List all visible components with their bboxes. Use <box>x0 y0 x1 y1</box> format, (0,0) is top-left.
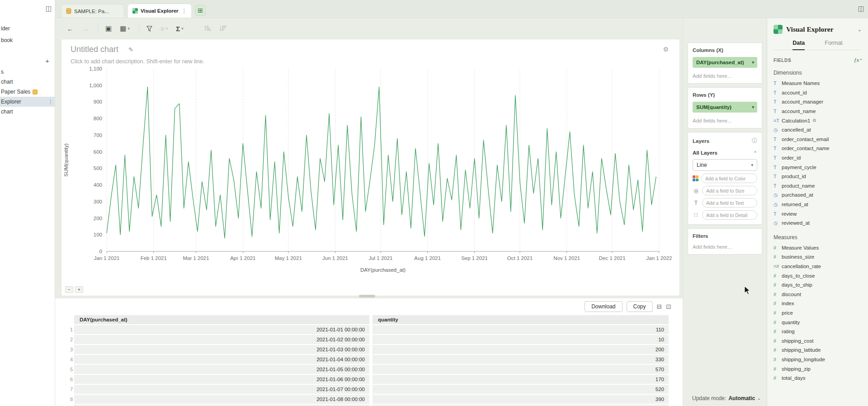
sidebar-tree-item[interactable]: book <box>0 34 55 46</box>
field-review[interactable]: Treview <box>774 209 862 218</box>
table-row[interactable]: 72021-01-07 00:00:00520 <box>61 384 683 394</box>
rows-add-fields[interactable]: Add fields here... <box>693 118 757 123</box>
field-order-contact-name[interactable]: Torder_contact_name <box>774 144 862 153</box>
field-shipping-longitude[interactable]: #shipping_longitude <box>774 355 862 364</box>
resize-handle[interactable] <box>359 295 375 297</box>
expand-results-icon[interactable]: ⊡ <box>666 303 671 310</box>
table-row[interactable]: 62021-01-06 00:00:00170 <box>61 374 683 384</box>
field-account-id[interactable]: Taccount_id <box>774 88 862 98</box>
app-menu-chevron-icon[interactable]: ⌄ <box>858 27 862 33</box>
copy-button[interactable]: Copy <box>627 301 653 312</box>
add-field-color-input[interactable]: Add a field to Color <box>701 174 757 183</box>
new-calculation-icon[interactable]: ƒx⁺ <box>854 57 862 63</box>
update-mode-select[interactable]: Automatic <box>728 395 755 401</box>
sort-ascending-button[interactable] <box>204 25 212 32</box>
date-options-button[interactable]: ▦▾ <box>120 24 130 33</box>
field-price[interactable]: #price <box>774 308 862 318</box>
swap-visualization-button[interactable]: ▣ <box>105 24 112 33</box>
sidebar-item-chart[interactable]: chart <box>0 107 55 117</box>
field-purchased-at[interactable]: ◷purchased_at <box>774 190 862 200</box>
chart-title[interactable]: Untitled chart <box>71 45 118 54</box>
field-cancelled-at[interactable]: ◷cancelled_at <box>774 125 862 135</box>
field-reviewed-at[interactable]: ◷reviewed_at <box>774 218 862 228</box>
gear-icon[interactable]: ⚙ <box>812 118 816 123</box>
field-shipping-latitude[interactable]: #shipping_latitude <box>774 345 862 355</box>
sidebar-item-chart[interactable]: chart <box>0 77 55 87</box>
field-index[interactable]: #index <box>774 299 862 308</box>
sidebar-item-paper-sales[interactable]: Paper Sales <box>0 87 55 97</box>
field-payment-cycle[interactable]: Tpayment_cycle <box>774 162 862 172</box>
table-row[interactable]: 32021-01-03 00:00:00200 <box>61 345 683 354</box>
tab-data[interactable]: Data <box>793 40 805 50</box>
field-shipping-zip[interactable]: #shipping_zip <box>774 364 862 373</box>
column-header-date[interactable]: DAY(purchased_at) <box>74 315 369 324</box>
mark-type-select[interactable]: Line▾ <box>693 159 757 171</box>
table-row[interactable]: 82021-01-08 00:00:00390 <box>61 394 683 404</box>
back-button[interactable]: ← <box>67 25 74 33</box>
tab-dataset[interactable]: SAMPLE: Pa... <box>61 4 124 18</box>
field-measure-values[interactable]: #Measure Values <box>774 243 862 253</box>
filter-funnel-button[interactable] <box>146 26 152 32</box>
column-header-quantity[interactable]: quantity <box>373 315 669 324</box>
kebab-menu-icon[interactable]: ⋮ <box>48 97 53 107</box>
download-button[interactable]: Download <box>585 301 622 312</box>
table-row[interactable]: 42021-01-04 00:00:00330 <box>61 354 683 364</box>
field-calculation1[interactable]: =TCalculation1⚙ <box>774 116 862 125</box>
forward-button[interactable]: → <box>82 25 89 33</box>
field-days-to-ship[interactable]: #days_to_ship <box>774 280 862 290</box>
field-order-id[interactable]: Torder_id <box>774 153 862 163</box>
tab-label: SAMPLE: Pa... <box>74 9 119 14</box>
filters-add-fields[interactable]: Add fields here... <box>693 244 757 250</box>
table-row[interactable]: 92021-01-09 00:00:00100 <box>61 404 683 406</box>
new-tab-button[interactable]: ⊞ <box>195 5 206 16</box>
sidebar-item-s[interactable]: s <box>0 67 55 77</box>
field-measure-names[interactable]: TMeasure Names <box>774 79 862 88</box>
tab-visual-explorer[interactable]: Visual Explorer ⋮ <box>128 4 191 18</box>
field-product-name[interactable]: Tproduct_name <box>774 181 862 191</box>
info-icon[interactable]: ⓘ <box>752 137 757 145</box>
add-field-text-input[interactable]: Add a field to Text <box>702 198 757 208</box>
field-rating[interactable]: #rating <box>774 327 862 336</box>
field-returned-at[interactable]: ◷returned_at <box>774 200 862 209</box>
sort-descending-button[interactable] <box>220 25 227 32</box>
field-business-size[interactable]: #business_size <box>774 252 862 262</box>
cell-date: 2021-01-06 00:00:00 <box>74 375 369 384</box>
field-shipping-cost[interactable]: #shipping_cost <box>774 336 862 345</box>
field-discount[interactable]: #discount <box>774 289 862 299</box>
field-quantity[interactable]: #quantity <box>774 317 862 327</box>
tab-menu-icon[interactable]: ⋮ <box>182 8 187 14</box>
table-row[interactable]: 12021-01-01 00:00:00110 <box>61 325 683 334</box>
visual-explorer-icon <box>132 8 138 14</box>
chevron-up-icon[interactable]: ⌃ <box>754 151 757 156</box>
field-account-name[interactable]: Taccount_name <box>774 107 862 116</box>
table-row[interactable]: 52021-01-05 00:00:00570 <box>61 364 683 374</box>
zoom-in-button[interactable]: + <box>75 286 83 293</box>
table-row[interactable]: 22021-01-02 00:00:0010 <box>61 335 683 344</box>
field-product-id[interactable]: Tproduct_id <box>774 172 862 181</box>
rows-pill[interactable]: SUM(quantity)▾ <box>693 102 757 113</box>
sidebar-tree-item[interactable]: lder <box>0 23 55 34</box>
field-total-days[interactable]: #total_days <box>774 373 862 383</box>
number-type-icon: # <box>774 357 782 362</box>
field-cancellation-rate[interactable]: =#cancellation_rate <box>774 262 862 271</box>
edit-title-icon[interactable]: ✎ <box>128 46 133 53</box>
aggregate-button[interactable]: Σ▾ <box>176 25 184 33</box>
columns-pill[interactable]: DAY(purchased_at)▾ <box>693 57 757 68</box>
add-field-size-input[interactable]: Add a field to Size <box>702 186 757 195</box>
add-field-detail-input[interactable]: Add a field to Detail <box>702 210 757 220</box>
tab-format[interactable]: Format <box>825 40 843 50</box>
field-account-manager[interactable]: Taccount_manager <box>774 97 862 107</box>
x-tick-label: Jul 1 2021 <box>368 255 392 261</box>
chart-settings-icon[interactable]: ⚙ <box>663 46 669 53</box>
sidebar-item-label: chart <box>1 77 13 87</box>
columns-add-fields[interactable]: Add fields here... <box>693 73 757 79</box>
levels-button[interactable]: ≡▾ <box>160 25 168 33</box>
field-days-to-close[interactable]: #days_to_close <box>774 271 862 280</box>
add-report-button[interactable]: + <box>45 57 49 65</box>
minimize-results-icon[interactable]: ⊟ <box>657 303 662 310</box>
zoom-out-button[interactable]: − <box>65 286 73 293</box>
sidebar-item-explorer[interactable]: Explorer⋮ <box>0 97 55 107</box>
collapse-sidebar-icon[interactable]: ◫ <box>46 5 52 13</box>
collapse-right-panel-icon[interactable]: ◫ <box>858 5 864 13</box>
field-order-contact-email[interactable]: Torder_contact_email <box>774 135 862 144</box>
